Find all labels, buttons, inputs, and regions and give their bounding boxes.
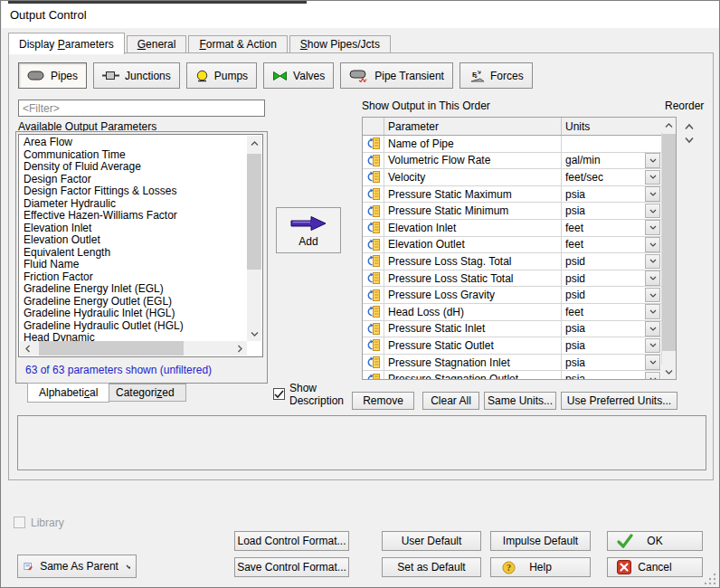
add-button[interactable]: Add (276, 207, 341, 253)
user-default-button[interactable]: User Default (382, 531, 481, 551)
units-cell[interactable]: feet/sec (562, 169, 661, 185)
row-reorder-icon[interactable] (363, 287, 384, 303)
list-item[interactable]: Gradeline Hydraulic Inlet (HGL) (20, 308, 247, 320)
table-row[interactable]: Pressure Stagnation Inlet psia (363, 355, 661, 372)
parameter-cell[interactable]: Elevation Outlet (384, 237, 562, 253)
list-item[interactable]: Effective Hazen-Williams Factor (20, 210, 247, 223)
scroll-left-arrow[interactable] (20, 341, 34, 356)
resize-grip[interactable] (704, 572, 716, 584)
scroll-down-arrow[interactable] (661, 365, 676, 379)
ok-button[interactable]: OK (607, 531, 703, 551)
list-item[interactable]: Fluid Name (20, 259, 247, 271)
units-dropdown[interactable] (645, 237, 660, 252)
table-row[interactable]: Pressure Loss Static Total psid (363, 270, 661, 288)
row-reorder-icon[interactable] (363, 371, 384, 379)
tab-categorized[interactable]: Categorized (104, 384, 186, 402)
forces-button[interactable]: F Forces (459, 62, 533, 89)
parameter-cell[interactable]: Pressure Static Inlet (384, 321, 562, 337)
parameter-cell[interactable]: Pressure Static Minimum (384, 203, 562, 219)
row-reorder-icon[interactable] (363, 153, 384, 169)
units-dropdown[interactable] (645, 204, 660, 219)
list-item[interactable]: Diameter Hydraulic (20, 198, 247, 211)
units-cell[interactable]: feet (562, 304, 661, 320)
row-reorder-icon[interactable] (363, 136, 384, 152)
units-cell[interactable]: psia (562, 355, 661, 371)
tab-show-pipes-jcts[interactable]: Show Pipes/Jcts (289, 35, 391, 53)
units-cell[interactable]: psid (562, 287, 661, 303)
list-item[interactable]: Communication Time (20, 149, 247, 162)
parameter-cell[interactable]: Velocity (384, 169, 562, 185)
units-dropdown[interactable] (645, 170, 660, 185)
units-dropdown[interactable] (645, 372, 660, 379)
units-cell[interactable]: feet (562, 237, 661, 253)
table-row[interactable]: Elevation Outlet feet (363, 237, 661, 254)
row-reorder-icon[interactable] (363, 304, 384, 320)
row-reorder-icon[interactable] (363, 355, 384, 371)
list-item[interactable]: Gradeline Hydraulic Outlet (HGL) (20, 320, 247, 333)
units-cell[interactable]: psid (562, 253, 661, 270)
table-row[interactable]: Pressure Static Outlet psia (363, 337, 661, 355)
pipe-transient-button[interactable]: Pipe Transient (340, 62, 453, 89)
table-row[interactable]: Pressure Loss Gravity psid (363, 287, 661, 304)
units-dropdown[interactable] (645, 321, 660, 337)
filter-input[interactable] (18, 100, 265, 117)
scroll-up-arrow[interactable] (661, 118, 676, 132)
clear-all-button[interactable]: Clear All (422, 392, 479, 410)
units-dropdown[interactable] (645, 338, 660, 354)
scroll-thumb[interactable] (247, 154, 261, 270)
units-cell[interactable]: psia (562, 203, 661, 219)
table-row[interactable]: Name of Pipe (363, 136, 661, 153)
units-dropdown[interactable] (645, 288, 660, 303)
table-row[interactable]: Pressure Static Maximum psia (363, 186, 661, 204)
units-cell[interactable]: psid (562, 270, 661, 287)
same-as-parent-dropdown[interactable]: Same As Parent (17, 555, 137, 578)
row-reorder-icon[interactable] (363, 220, 384, 236)
list-item[interactable]: Head Dynamic (20, 332, 247, 341)
table-row[interactable]: Pressure Static Inlet psia (363, 321, 661, 338)
parameter-cell[interactable]: Pressure Loss Gravity (384, 287, 562, 303)
units-cell[interactable]: gal/min (562, 153, 661, 169)
scroll-thumb[interactable] (662, 134, 676, 351)
save-control-format-button[interactable]: Save Control Format... (234, 557, 349, 577)
table-row[interactable]: Elevation Inlet feet (363, 220, 661, 237)
list-item[interactable]: Design Factor Fittings & Losses (20, 185, 247, 198)
help-button[interactable]: ? Help (490, 557, 591, 577)
list-vertical-scrollbar[interactable] (247, 136, 261, 341)
table-row[interactable]: Pressure Stagnation Outlet psia (363, 371, 661, 379)
tab-alphabetical[interactable]: Alphabetical (27, 383, 109, 403)
parameter-cell[interactable]: Volumetric Flow Rate (384, 153, 562, 169)
impulse-default-button[interactable]: Impulse Default (490, 531, 591, 551)
parameter-cell[interactable]: Pressure Loss Static Total (384, 270, 562, 287)
units-dropdown[interactable] (645, 270, 660, 286)
parameter-cell[interactable]: Pressure Stagnation Inlet (384, 355, 562, 371)
same-units-button[interactable]: Same Units... (484, 392, 556, 410)
units-dropdown[interactable] (645, 186, 660, 202)
row-reorder-icon[interactable] (363, 253, 384, 270)
list-item[interactable]: Gradeline Energy Inlet (EGL) (20, 283, 247, 296)
reorder-down-button[interactable] (684, 134, 695, 147)
show-description-checkbox[interactable] (273, 388, 285, 400)
row-reorder-icon[interactable] (363, 203, 384, 219)
tab-display-parameters[interactable]: Display Parameters (8, 33, 125, 54)
units-cell[interactable]: psia (562, 337, 661, 354)
scroll-right-arrow[interactable] (232, 341, 247, 356)
units-cell[interactable] (562, 136, 661, 152)
valves-button[interactable]: Valves (263, 62, 334, 89)
units-cell[interactable]: psia (562, 371, 661, 379)
parameter-cell[interactable]: Pressure Loss Stag. Total (384, 253, 562, 270)
table-vertical-scrollbar[interactable] (661, 118, 676, 379)
parameter-cell[interactable]: Name of Pipe (384, 136, 562, 152)
scroll-thumb[interactable] (39, 341, 184, 356)
scroll-up-arrow[interactable] (247, 136, 261, 150)
list-item[interactable]: Elevation Inlet (20, 223, 247, 235)
parameter-cell[interactable]: Pressure Stagnation Outlet (384, 371, 562, 379)
list-horizontal-scrollbar[interactable] (20, 341, 247, 356)
junctions-button[interactable]: Junctions (93, 62, 180, 89)
row-reorder-icon[interactable] (363, 169, 384, 185)
table-row[interactable]: Pressure Loss Stag. Total psid (363, 253, 661, 270)
load-control-format-button[interactable]: Load Control Format... (234, 531, 349, 551)
list-item[interactable]: Friction Factor (20, 271, 247, 284)
table-row[interactable]: Volumetric Flow Rate gal/min (363, 153, 661, 170)
remove-button[interactable]: Remove (352, 392, 414, 410)
units-column-header[interactable]: Units (562, 118, 661, 135)
